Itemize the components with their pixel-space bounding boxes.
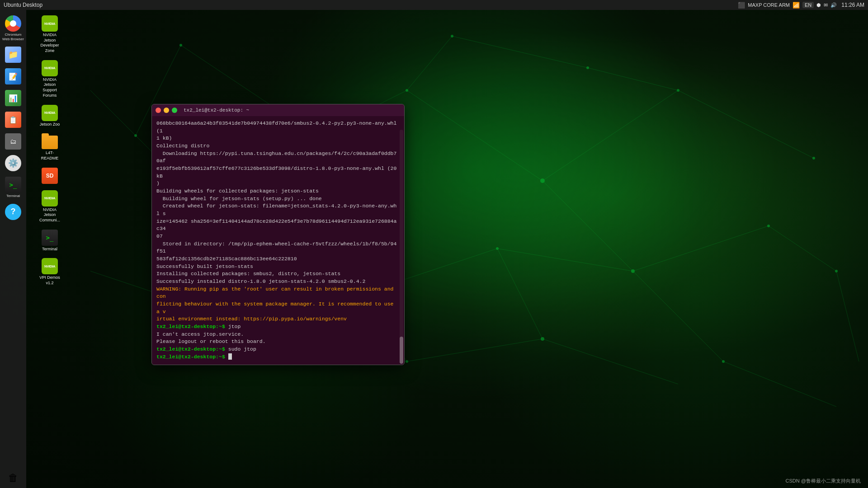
term-line-7: Stored in directory: /tmp/pip-ephem-whee…: [156, 240, 400, 263]
desktop-icon-l4t[interactable]: L4T-README: [32, 131, 68, 163]
terminal-titlebar: tx2_lei@tx2-desktop: ~: [152, 104, 404, 116]
dock-item-presenter[interactable]: 📋: [1, 110, 25, 130]
terminal-cursor: [228, 353, 232, 360]
l4t-label: L4T-README: [41, 150, 59, 161]
term-line-3: Downloading https://pypi.tuna.tsinghua.e…: [156, 150, 400, 188]
terminal-scrollbar[interactable]: [400, 130, 403, 364]
email-icon: ✉: [824, 2, 828, 8]
desktop-icon-jetson-dev[interactable]: NVIDIA NVIDIAJetsonDeveloperZone: [32, 14, 68, 56]
terminal-window[interactable]: tx2_lei@tx2-desktop: ~ 068bbc80164aa6a24…: [151, 104, 405, 365]
trash-icon: 🗑: [5, 470, 21, 486]
desktop-icon-jetson-support[interactable]: NVIDIA NVIDIAJetsonSupportForums: [32, 58, 68, 100]
jetson-zoo-label: Jetson Zoo: [40, 122, 60, 127]
term-line-4: Building wheels for collected packages: …: [156, 188, 400, 195]
chromium-icon: [5, 15, 21, 32]
bottom-watermark: CSDN @鲁棒最小二乘支持向量机: [786, 478, 861, 484]
vpi-label: VPI Demosv1.2: [39, 275, 60, 286]
jetson-dev-label: NVIDIAJetsonDeveloperZone: [40, 33, 59, 54]
term-line-10: Successfully installed distro-1.8.0 jets…: [156, 278, 400, 286]
settings-icon: ⚙️: [5, 155, 21, 171]
window-maximize-btn[interactable]: [172, 108, 177, 113]
svg-rect-48: [0, 0, 868, 488]
help-icon: ?: [5, 204, 21, 220]
filemanager-icon: 📁: [5, 47, 21, 63]
term-line-12: Please logout or reboot this board.: [156, 338, 400, 346]
term-line-prompt1: tx2_lei@tx2-desktop:~$ jtop: [156, 323, 400, 331]
taskbar-right: ⬛ MAXP CORE ARM 📶 EN ⬢ ✉ 🔊 11:26 AM: [738, 2, 864, 9]
chromium-label: Chromium Web Browser: [2, 33, 24, 41]
term-line-5: Building wheel for jetson-stats (setup.p…: [156, 195, 400, 203]
volume-icon: 🔊: [830, 2, 837, 8]
desktop-icon-jetson-zoo[interactable]: NVIDIA Jetson Zoo: [32, 103, 68, 129]
doc-icon: 📝: [5, 68, 21, 84]
lang-indicator[interactable]: EN: [802, 2, 814, 8]
nvidia-zoo-icon: NVIDIA: [42, 105, 58, 121]
dock-item-chromium[interactable]: Chromium Web Browser: [1, 14, 25, 43]
taskbar-top: Ubuntu Desktop ⬛ MAXP CORE ARM 📶 EN ⬢ ✉ …: [0, 0, 868, 10]
term-line-6: Created wheel for jetson-stats: filename…: [156, 202, 400, 240]
desktop-icon-jetson-communi[interactable]: NVIDIA NVIDIAJetsonCommuni...: [32, 188, 68, 225]
terminal-desktop-icon: >_: [42, 230, 58, 246]
terminal-icon: >_: [5, 177, 21, 193]
ubuntu-desktop-label: Ubuntu Desktop: [4, 2, 42, 8]
jetson-communi-label: NVIDIAJetsonCommuni...: [39, 207, 60, 223]
dock-item-help[interactable]: ?: [1, 202, 25, 222]
nvidia-support-icon: NVIDIA: [42, 60, 58, 76]
nvidia-icon-taskbar: ⬛: [738, 2, 745, 9]
term-line-prompt3: tx2_lei@tx2-desktop:~$: [156, 353, 400, 361]
dock-item-spreadsheet[interactable]: 📊: [1, 88, 25, 108]
dock-item-files2[interactable]: 🗂: [1, 131, 25, 151]
window-close-btn[interactable]: [156, 108, 161, 113]
desktop: [0, 0, 868, 488]
sdcard-icon: SD: [42, 168, 58, 184]
dock-item-files[interactable]: 📁: [1, 45, 25, 65]
window-minimize-btn[interactable]: [164, 108, 169, 113]
l4t-folder-icon: [42, 133, 58, 150]
term-line-1: 068bbc80164aa6a24b3f83541de7b04974438fd7…: [156, 120, 400, 142]
term-line-2: Collecting distro: [156, 142, 400, 150]
spreadsheet-icon: 📊: [5, 90, 21, 106]
dock-item-doc[interactable]: 📝: [1, 66, 25, 86]
clock: 11:26 AM: [841, 2, 864, 8]
dock-item-settings[interactable]: ⚙️: [1, 153, 25, 173]
term-line-8: Successfully built jetson-stats: [156, 263, 400, 271]
wifi-icon: 📶: [793, 2, 800, 9]
desktop-icons-column: NVIDIA NVIDIAJetsonDeveloperZone NVIDIA …: [32, 14, 68, 288]
taskbar-left: Ubuntu Desktop: [4, 2, 42, 8]
term-line-11: I can't access jtop.service.: [156, 331, 400, 338]
terminal-title: tx2_lei@tx2-desktop: ~: [184, 108, 249, 113]
desktop-icon-vpi[interactable]: NVIDIA VPI Demosv1.2: [32, 256, 68, 287]
terminal-dock-label: Terminal: [6, 194, 20, 198]
bluetooth-icon: ⬢: [816, 2, 821, 8]
nvidia-dev-icon: NVIDIA: [42, 15, 58, 32]
dock-item-trash[interactable]: 🗑: [1, 468, 25, 488]
desktop-icon-sd[interactable]: SD: [32, 166, 68, 186]
dock: Chromium Web Browser 📁 📝 📊 📋 🗂 ⚙️ >_ Ter…: [0, 10, 26, 488]
jetson-support-label: NVIDIAJetsonSupportForums: [42, 77, 57, 99]
background-neural-svg: [0, 0, 868, 488]
maxp-label: MAXP CORE ARM: [748, 2, 790, 8]
term-line-warning: WARNING: Running pip as the 'root' user …: [156, 286, 400, 323]
term-line-9: Installing collected packages: smbus2, d…: [156, 270, 400, 278]
term-line-prompt2: tx2_lei@tx2-desktop:~$ sudo jtop: [156, 346, 400, 353]
desktop-icon-terminal[interactable]: >_ Terminal: [32, 228, 68, 254]
terminal-desktop-label: Terminal: [42, 247, 57, 252]
nvidia-vpi-icon: NVIDIA: [42, 258, 58, 274]
files2-icon: 🗂: [5, 133, 21, 150]
terminal-body[interactable]: 068bbc80164aa6a24b3f83541de7b04974438fd7…: [152, 116, 404, 365]
dock-item-terminal[interactable]: >_ Terminal: [1, 175, 25, 200]
terminal-scrollbar-thumb: [400, 337, 403, 364]
nvidia-communi-icon: NVIDIA: [42, 190, 58, 206]
presenter-icon: 📋: [5, 112, 21, 128]
